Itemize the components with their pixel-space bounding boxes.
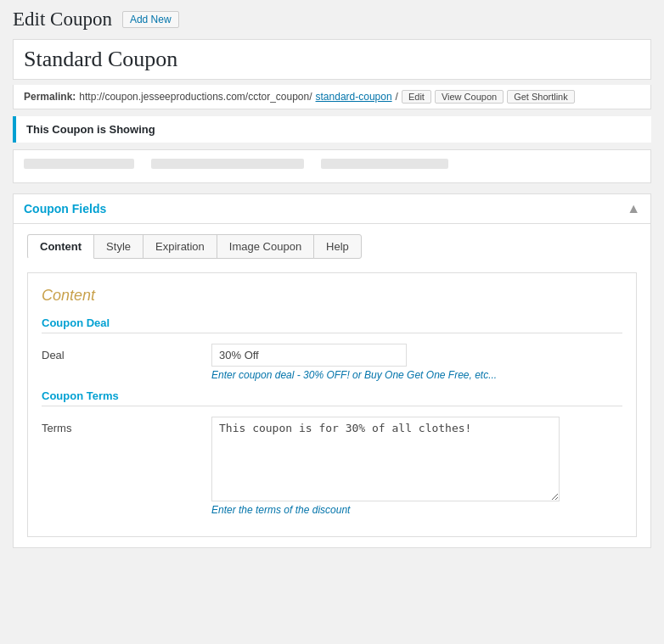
coupon-deal-divider	[42, 333, 622, 333]
terms-textarea[interactable]: This coupon is for 30% of all clothes!	[211, 417, 560, 501]
page-header: Edit Coupon Add New	[13, 8, 651, 31]
coupon-notice-text: This Coupon is Showing	[26, 123, 155, 136]
permalink-slug-suffix: /	[396, 91, 398, 103]
deal-label: Deal	[42, 344, 211, 361]
editor-row	[13, 149, 651, 183]
permalink-row: Permalink: http://coupon.jesseeproductio…	[13, 85, 651, 109]
coupon-terms-divider	[42, 406, 622, 406]
terms-help-text: Enter the terms of the discount	[211, 504, 622, 516]
terms-field-row: Terms This coupon is for 30% of all clot…	[42, 417, 622, 516]
editor-blur-row	[24, 159, 640, 174]
deal-input[interactable]	[211, 344, 407, 367]
post-title-box	[13, 39, 651, 80]
permalink-edit-button[interactable]: Edit	[402, 90, 431, 104]
deal-field-row: Deal Enter coupon deal - 30% OFF! or Buy…	[42, 344, 622, 381]
deal-field-value: Enter coupon deal - 30% OFF! or Buy One …	[211, 344, 622, 381]
add-new-button[interactable]: Add New	[122, 11, 179, 28]
deal-help-text: Enter coupon deal - 30% OFF! or Buy One …	[211, 369, 622, 381]
terms-field-value: This coupon is for 30% of all clothes! E…	[211, 417, 622, 516]
editor-blur-2	[151, 159, 304, 169]
permalink-label: Permalink:	[24, 91, 76, 103]
tab-image-coupon[interactable]: Image Coupon	[217, 234, 314, 259]
tab-content[interactable]: Content	[27, 234, 94, 259]
permalink-base-url: http://coupon.jesseeproductions.com/ccto…	[79, 91, 312, 103]
metabox-title: Coupon Fields	[24, 202, 106, 216]
coupon-fields-metabox: Coupon Fields ▲ Content Style Expiration…	[13, 193, 651, 548]
metabox-header[interactable]: Coupon Fields ▲	[14, 194, 650, 224]
coupon-deal-section-title: Coupon Deal	[42, 316, 622, 329]
content-panel: Content Coupon Deal Deal Enter coupon de…	[27, 272, 637, 537]
terms-label: Terms	[42, 417, 211, 434]
editor-blur-1	[24, 159, 134, 169]
metabox-body: Content Style Expiration Image Coupon He…	[14, 224, 650, 547]
coupon-tabs: Content Style Expiration Image Coupon He…	[27, 234, 637, 259]
page-title: Edit Coupon	[13, 8, 112, 31]
metabox-collapse-arrow[interactable]: ▲	[627, 201, 640, 216]
permalink-slug[interactable]: standard-coupon	[316, 91, 392, 103]
tab-style[interactable]: Style	[93, 234, 143, 259]
coupon-notice: This Coupon is Showing	[13, 116, 651, 143]
view-coupon-button[interactable]: View Coupon	[435, 90, 504, 104]
tab-help[interactable]: Help	[313, 234, 362, 259]
post-title-input[interactable]	[24, 47, 640, 72]
content-panel-heading: Content	[42, 287, 622, 305]
get-shortlink-button[interactable]: Get Shortlink	[507, 90, 575, 104]
editor-blur-3	[321, 159, 448, 169]
coupon-terms-section-title: Coupon Terms	[42, 389, 622, 402]
tab-expiration[interactable]: Expiration	[143, 234, 217, 259]
